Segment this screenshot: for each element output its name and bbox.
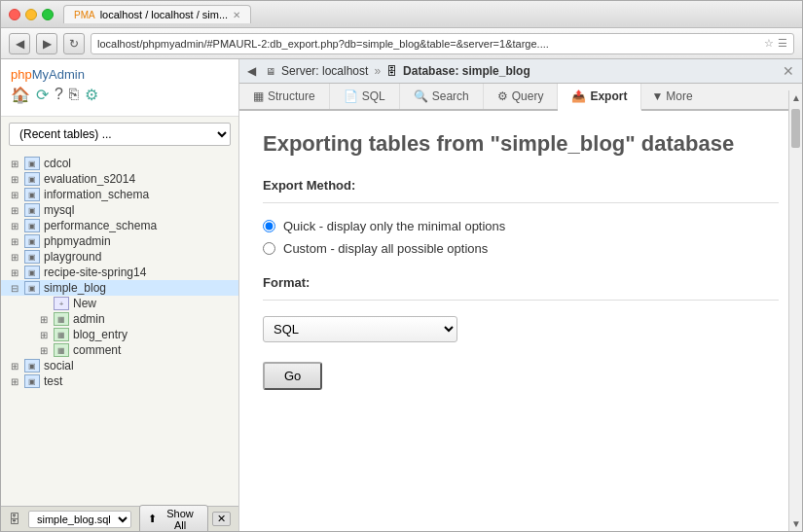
db-item-cdcol[interactable]: ⊞ ▣ cdcol xyxy=(1,156,238,171)
format-divider xyxy=(263,300,779,301)
radio-custom[interactable]: Custom - display all possible options xyxy=(263,241,779,256)
expander-icon: ⊞ xyxy=(36,314,52,325)
table-item-admin[interactable]: ⊞ ▦ admin xyxy=(1,311,238,327)
db-item-performance-schema[interactable]: ⊞ ▣ performance_schema xyxy=(1,218,238,233)
db-item-information-schema[interactable]: ⊞ ▣ information_schema xyxy=(1,187,238,202)
tab-query-label: Query xyxy=(512,89,544,103)
home-icon[interactable]: 🏠 xyxy=(11,86,30,104)
main-back-button[interactable]: ◀ xyxy=(247,64,256,78)
export-method-radio-group: Quick - display only the minimal options… xyxy=(263,219,779,256)
tab-favicon-icon: PMA xyxy=(74,10,95,20)
db-item-test[interactable]: ⊞ ▣ test xyxy=(1,373,238,389)
tab-bar: PMA localhost / localhost / sim... ✕ xyxy=(63,5,794,23)
db-label: mysql xyxy=(44,203,74,217)
table-item-comment[interactable]: ⊞ ▦ comment xyxy=(1,342,238,358)
forward-button[interactable]: ▶ xyxy=(36,33,57,54)
maximize-traffic-light[interactable] xyxy=(42,9,54,20)
menu-icon[interactable]: ☰ xyxy=(778,37,787,50)
main-header: ◀ 🖥 Server: localhost » 🗄 Database: simp… xyxy=(239,59,802,84)
refresh-icon[interactable]: ⟳ xyxy=(36,86,49,104)
db-item-playground[interactable]: ⊞ ▣ playground xyxy=(1,249,238,265)
db-icon: ▣ xyxy=(24,359,40,372)
radio-custom-input[interactable] xyxy=(263,242,275,255)
db-icon: ▣ xyxy=(24,250,40,264)
db-breadcrumb: Database: simple_blog xyxy=(403,64,530,78)
url-text: localhost/phpmyadmin/#PMAURL-2:db_export… xyxy=(97,38,764,50)
db-icon: ▣ xyxy=(24,157,40,170)
expander-icon: ⊞ xyxy=(7,159,22,169)
db-label: performance_schema xyxy=(44,219,157,232)
minimize-traffic-light[interactable] xyxy=(25,9,37,20)
db-label: cdcol xyxy=(44,157,71,170)
db-label: evaluation_s2014 xyxy=(44,172,135,186)
tab-sql[interactable]: 📄 SQL xyxy=(330,84,400,109)
db-item-phpmyadmin[interactable]: ⊞ ▣ phpmyadmin xyxy=(1,233,238,249)
tab-close-icon[interactable]: ✕ xyxy=(233,10,240,20)
reload-button[interactable]: ↻ xyxy=(63,33,85,54)
tab-structure-label: Structure xyxy=(268,89,315,103)
bottom-close-button[interactable]: ✕ xyxy=(212,512,231,526)
tab-search[interactable]: 🔍 Search xyxy=(400,84,484,109)
url-icons: ☆ ☰ xyxy=(764,37,787,50)
title-bar: PMA localhost / localhost / sim... ✕ xyxy=(1,1,802,28)
radio-quick[interactable]: Quick - display only the minimal options xyxy=(263,219,779,233)
help-icon[interactable]: ? xyxy=(55,86,63,104)
expander-icon: ⊞ xyxy=(36,345,52,356)
db-label: phpmyadmin xyxy=(44,234,111,248)
table-item-new[interactable]: + New xyxy=(1,296,238,311)
table-label: New xyxy=(73,297,96,310)
db-breadcrumb-icon: 🗄 xyxy=(386,65,397,77)
settings-icon[interactable]: ⚙ xyxy=(85,86,98,104)
tab-more-arrow: ▼ xyxy=(651,89,663,103)
tab-label: localhost / localhost / sim... xyxy=(100,9,228,20)
radio-quick-label: Quick - display only the minimal options xyxy=(283,219,505,233)
sidebar: phpMyAdmin 🏠 ⟳ ? ⎘ ⚙ (Recent tables) ...… xyxy=(1,59,239,531)
tab-structure[interactable]: ▦ Structure xyxy=(239,84,330,109)
bottom-file-select[interactable]: simple_blog.sql xyxy=(28,511,131,528)
expander-icon: ⊞ xyxy=(7,376,22,387)
table-item-blog-entry[interactable]: ⊞ ▦ blog_entry xyxy=(1,327,238,342)
scrollbar-y[interactable]: ▲ ▼ xyxy=(788,90,802,531)
db-item-simple-blog[interactable]: ⊟ ▣ simple_blog xyxy=(1,280,238,296)
tab-export-label: Export xyxy=(590,89,627,103)
tab-export[interactable]: 📤 Export xyxy=(558,84,641,111)
scrollbar-up-arrow[interactable]: ▲ xyxy=(789,90,802,105)
main-body: Exporting tables from "simple_blog" data… xyxy=(239,111,802,531)
db-item-social[interactable]: ⊞ ▣ social xyxy=(1,358,238,373)
scrollbar-down-arrow[interactable]: ▼ xyxy=(789,516,802,531)
show-all-label: Show All xyxy=(161,508,200,531)
db-item-evaluation[interactable]: ⊞ ▣ evaluation_s2014 xyxy=(1,171,238,187)
main-content: ◀ 🖥 Server: localhost » 🗄 Database: simp… xyxy=(239,59,802,531)
back-button[interactable]: ◀ xyxy=(9,33,30,54)
expander-icon: ⊞ xyxy=(7,190,22,200)
close-traffic-light[interactable] xyxy=(9,9,20,20)
scrollbar-thumb[interactable] xyxy=(791,109,800,148)
go-button[interactable]: Go xyxy=(263,362,322,390)
radio-quick-input[interactable] xyxy=(263,220,275,232)
tab-query[interactable]: ⚙ Query xyxy=(484,84,559,109)
recent-tables-select[interactable]: (Recent tables) ... xyxy=(9,123,231,146)
table-label: blog_entry xyxy=(73,328,128,341)
tab-search-label: Search xyxy=(432,89,469,103)
table-icon: ▦ xyxy=(54,312,69,326)
main-header-close-button[interactable]: ✕ xyxy=(783,63,794,79)
new-table-icon: + xyxy=(54,297,69,310)
bottom-right: ⬆ Show All ✕ xyxy=(139,505,231,532)
url-bar[interactable]: localhost/phpmyadmin/#PMAURL-2:db_export… xyxy=(91,33,794,54)
db-icon: ▣ xyxy=(24,188,40,201)
bookmark-icon[interactable]: ☆ xyxy=(764,37,774,50)
db-icon: ▣ xyxy=(24,203,40,217)
db-item-mysql[interactable]: ⊞ ▣ mysql xyxy=(1,202,238,218)
tab-more[interactable]: ▼ More xyxy=(641,84,702,109)
pma-icons: 🏠 ⟳ ? ⎘ ⚙ xyxy=(11,82,229,108)
db-icon: ▣ xyxy=(24,234,40,248)
db-icon: ▣ xyxy=(24,219,40,232)
tab-nav: ▦ Structure 📄 SQL 🔍 Search ⚙ Query 📤 xyxy=(239,84,802,111)
admin-text: Admin xyxy=(49,67,85,82)
show-all-button[interactable]: ⬆ Show All xyxy=(139,505,208,532)
section-divider xyxy=(263,202,779,203)
browser-tab[interactable]: PMA localhost / localhost / sim... ✕ xyxy=(63,5,251,23)
format-dropdown[interactable]: SQL CSV XML JSON xyxy=(263,316,457,342)
copy-icon[interactable]: ⎘ xyxy=(69,86,79,104)
db-item-recipe-site[interactable]: ⊞ ▣ recipe-site-spring14 xyxy=(1,265,238,280)
